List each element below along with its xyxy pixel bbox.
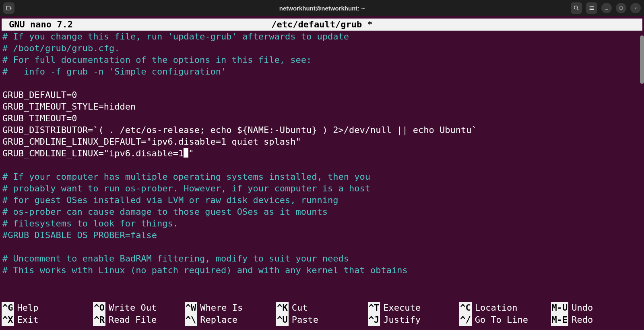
minimize-icon (604, 6, 609, 10)
editor-line: GRUB_DEFAULT=0 (2, 89, 642, 101)
svg-rect-9 (620, 7, 622, 9)
nano-shortcut-bar: ^GHelp^OWrite Out^WWhere Is^KCut^TExecut… (2, 302, 642, 326)
shortcut-key: ^R (93, 314, 105, 326)
editor-line: # If you change this file, run 'update-g… (2, 31, 642, 42)
hamburger-icon (588, 5, 595, 11)
editor-line: # For full documentation of the options … (2, 54, 642, 66)
shortcut-key: M-U (551, 302, 569, 314)
editor-line: GRUB_TIMEOUT_STYLE=hidden (2, 101, 642, 112)
scrollbar-thumb[interactable] (640, 35, 644, 84)
shortcut-item: ^KCut (276, 302, 367, 314)
svg-point-3 (574, 6, 578, 9)
search-icon (573, 5, 580, 11)
shortcut-key: ^G (2, 302, 14, 314)
hamburger-menu-button[interactable] (586, 2, 597, 14)
shortcut-key: ^O (93, 302, 105, 314)
editor-line: # This works with Linux (no patch requir… (2, 264, 642, 276)
window-title: networkhunt@networkhunt: ~ (0, 5, 644, 12)
editor-line: GRUB_CMDLINE_LINUX_DEFAULT="ipv6.disable… (2, 136, 642, 147)
shortcut-item: ^\Replace (185, 314, 276, 326)
editor-line (2, 77, 642, 89)
close-button[interactable] (630, 3, 641, 13)
shortcut-key: ^U (276, 314, 289, 326)
editor-line: GRUB_CMDLINE_LINUX="ipv6.disable=1" (2, 147, 642, 159)
shortcut-key: ^C (459, 302, 472, 314)
shortcut-key: ^/ (459, 314, 472, 326)
shortcut-item: ^UPaste (276, 314, 367, 326)
search-button[interactable] (571, 2, 582, 14)
shortcut-key: M-E (551, 314, 569, 326)
maximize-icon (619, 6, 623, 10)
shortcut-label: Exit (17, 314, 39, 326)
nano-app-version: GNU nano 7.2 (2, 19, 73, 31)
editor-line: # os-prober can cause damage to those gu… (2, 206, 642, 218)
shortcut-label: Execute (383, 302, 421, 314)
editor-line: #GRUB_DISABLE_OS_PROBER=false (2, 229, 642, 241)
minimize-button[interactable] (601, 3, 612, 13)
text-cursor (184, 148, 188, 158)
svg-rect-0 (6, 6, 10, 10)
shortcut-label: Where Is (200, 302, 243, 314)
shortcut-label: Paste (292, 314, 318, 326)
shortcut-item: ^CLocation (459, 302, 551, 314)
shortcut-label: Write Out (109, 302, 157, 314)
shortcut-label: Undo (572, 302, 593, 314)
close-icon (633, 6, 638, 10)
editor-line (2, 159, 642, 171)
shortcut-label: Replace (200, 314, 237, 326)
new-tab-button[interactable] (3, 2, 14, 14)
window-titlebar: networkhunt@networkhunt: ~ (0, 0, 644, 16)
shortcut-label: Go To Line (475, 314, 528, 326)
editor-line: # If your computer has multiple operatin… (2, 171, 642, 183)
nano-header: GNU nano 7.2 /etc/default/grub * (2, 19, 642, 31)
shortcut-key: ^K (276, 302, 289, 314)
shortcut-label: Help (17, 302, 39, 314)
editor-line: # info -f grub -n 'Simple configuration' (2, 66, 642, 77)
shortcut-label: Cut (292, 302, 308, 314)
editor-line: GRUB_TIMEOUT=0 (2, 112, 642, 124)
shortcut-item: ^JJustify (368, 314, 459, 326)
editor-line: # Uncomment to enable BadRAM filtering, … (2, 253, 642, 264)
editor-line: # probably want to run os-prober. Howeve… (2, 183, 642, 194)
shortcut-item: M-ERedo (551, 314, 642, 326)
shortcut-label: Location (475, 302, 518, 314)
terminal-body[interactable]: GNU nano 7.2 /etc/default/grub * # If yo… (0, 16, 644, 330)
shortcut-item: M-UUndo (551, 302, 642, 314)
shortcut-key: ^X (2, 314, 14, 326)
shortcut-key: ^J (368, 314, 380, 326)
shortcut-label: Justify (383, 314, 421, 326)
shortcut-label: Read File (109, 314, 157, 326)
shortcut-item: ^RRead File (93, 314, 184, 326)
shortcut-item: ^OWrite Out (93, 302, 184, 314)
terminal-plus-icon (6, 5, 12, 11)
editor-line (2, 241, 642, 253)
shortcut-item: ^TExecute (368, 302, 459, 314)
editor-line: GRUB_DISTRIBUTOR=`( . /etc/os-release; e… (2, 124, 642, 136)
editor-content[interactable]: # If you change this file, run 'update-g… (2, 31, 642, 276)
shortcut-item: ^/Go To Line (459, 314, 551, 326)
editor-line: # for guest OSes installed via LVM or ra… (2, 194, 642, 206)
maximize-button[interactable] (616, 3, 626, 13)
shortcut-item: ^WWhere Is (185, 302, 276, 314)
shortcut-item: ^GHelp (2, 302, 93, 314)
nano-filename: /etc/default/grub * (0, 19, 644, 31)
shortcut-label: Redo (572, 314, 593, 326)
shortcut-key: ^\ (185, 314, 197, 326)
editor-line: # filesystems to look for things. (2, 218, 642, 229)
shortcut-key: ^W (185, 302, 197, 314)
editor-line: # /boot/grub/grub.cfg. (2, 42, 642, 54)
shortcut-item: ^XExit (2, 314, 93, 326)
svg-line-4 (577, 9, 578, 10)
shortcut-key: ^T (368, 302, 380, 314)
